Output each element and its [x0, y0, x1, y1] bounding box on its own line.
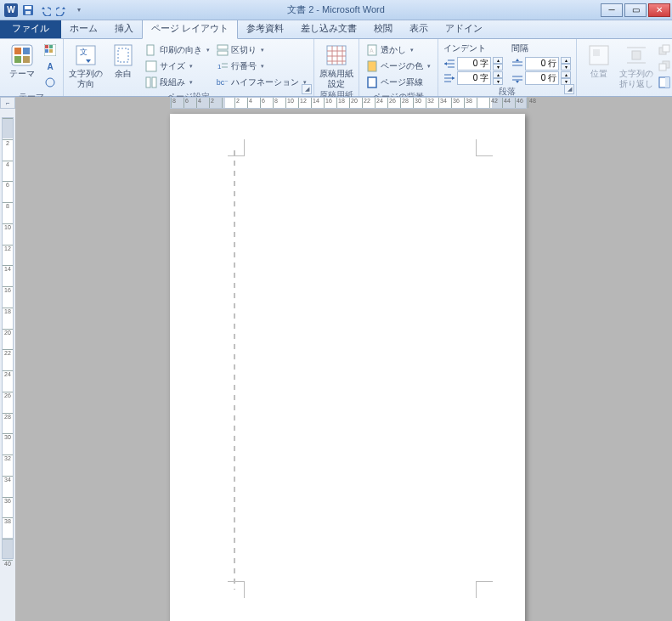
hyphenation-label: ハイフネーション [231, 76, 299, 88]
line-numbers-button[interactable]: 1行番号 [215, 59, 308, 74]
tab-view[interactable]: 表示 [401, 20, 437, 38]
paragraph-dialog-launcher[interactable]: ◢ [564, 84, 574, 94]
title-bar: W ▾ 文書 2 - Microsoft Word ─ ▭ ✕ [0, 0, 672, 20]
themes-button[interactable]: テーマ [5, 41, 39, 90]
page-setup-dialog-launcher[interactable]: ◢ [302, 84, 312, 94]
size-label: サイズ [160, 60, 185, 72]
spin-up[interactable]: ▴ [493, 71, 503, 78]
crop-mark-tl [228, 139, 245, 156]
space-before-icon [511, 58, 523, 70]
margins-icon [110, 42, 136, 68]
spin-up[interactable]: ▴ [561, 57, 571, 64]
wrap-text-label: 文字列の 折り返し [619, 69, 653, 88]
save-icon[interactable] [20, 3, 36, 18]
theme-fonts-button[interactable]: A [42, 59, 58, 74]
line-numbers-label: 行番号 [231, 60, 257, 72]
selection-pane-button[interactable]: オブジェクトの選択と表示 [657, 75, 672, 90]
size-icon [145, 60, 157, 72]
selection-pane-icon [658, 76, 670, 88]
group-arrange: 位置 文字列の 折り返し 前面へ移動 背面へ移動 オブジェクトの選択と表示 配置… [577, 39, 672, 96]
hyphenation-button[interactable]: bc⁻ハイフネーション [215, 75, 308, 90]
minimize-button[interactable]: ─ [601, 3, 623, 17]
vertical-ruler[interactable]: 246810121416182022242628303234363840 [0, 109, 15, 621]
svg-rect-21 [152, 77, 156, 88]
theme-effects-button[interactable] [42, 75, 58, 90]
spin-down[interactable]: ▾ [493, 64, 503, 71]
tab-mailings[interactable]: 差し込み文書 [292, 20, 365, 38]
bring-forward-button[interactable]: 前面へ移動 [657, 42, 672, 58]
page-borders-button[interactable]: ページ罫線 [364, 75, 432, 90]
ruler-corner[interactable]: ⌐ [0, 97, 15, 109]
horizontal-ruler[interactable]: 8642246810121416182022242628303234363842… [170, 97, 527, 109]
margins-button[interactable]: 余白 [106, 41, 140, 90]
columns-button[interactable]: 段組み [144, 75, 212, 90]
watermark-button[interactable]: A透かし [364, 42, 432, 58]
window-controls: ─ ▭ ✕ [601, 3, 672, 17]
manuscript-label: 原稿用紙 設定 [319, 69, 353, 88]
svg-rect-22 [217, 45, 228, 49]
position-icon [586, 42, 612, 68]
wrap-text-button[interactable]: 文字列の 折り返し [619, 41, 653, 90]
svg-rect-23 [217, 51, 228, 55]
effects-icon [44, 76, 56, 88]
svg-rect-18 [147, 45, 154, 55]
space-after-field[interactable]: ▴▾ [511, 71, 571, 85]
tab-file[interactable]: ファイル [0, 19, 61, 38]
svg-point-13 [46, 78, 54, 87]
crop-mark-bl [228, 581, 245, 598]
close-button[interactable]: ✕ [648, 3, 670, 17]
text-direction-button[interactable]: 文 文字列の 方向 [69, 41, 103, 90]
tab-insert[interactable]: 挿入 [106, 20, 142, 38]
svg-rect-1 [25, 6, 31, 9]
page-color-button[interactable]: ページの色 [364, 59, 432, 74]
theme-colors-button[interactable] [42, 42, 58, 58]
qat-customize-icon[interactable]: ▾ [71, 3, 87, 18]
watermark-label: 透かし [381, 44, 406, 56]
hyphenation-icon: bc⁻ [217, 76, 229, 88]
maximize-button[interactable]: ▭ [624, 3, 647, 17]
manuscript-icon [324, 42, 349, 68]
indent-right-field[interactable]: ▴▾ [443, 71, 503, 85]
position-button[interactable]: 位置 [582, 41, 616, 90]
size-button[interactable]: サイズ [144, 59, 212, 74]
indent-left-icon [443, 58, 455, 70]
themes-label: テーマ [9, 69, 35, 79]
svg-rect-20 [146, 77, 150, 88]
margins-label: 余白 [115, 69, 132, 79]
word-icon: W [4, 3, 18, 17]
spin-up[interactable]: ▴ [493, 57, 503, 64]
indent-left-field[interactable]: ▴▾ [443, 57, 503, 71]
tab-page-layout[interactable]: ページ レイアウト [142, 19, 238, 39]
spin-down[interactable]: ▾ [561, 64, 571, 71]
quick-access-toolbar: W ▾ [0, 3, 90, 18]
manuscript-settings-button[interactable]: 原稿用紙 設定 [319, 41, 353, 88]
page-borders-icon [366, 76, 378, 88]
space-after-input[interactable] [525, 71, 559, 85]
app-icon[interactable]: W [3, 3, 19, 18]
undo-icon[interactable] [37, 3, 53, 18]
spin-up[interactable]: ▴ [561, 71, 571, 78]
svg-rect-5 [23, 48, 30, 54]
wrap-text-icon [624, 42, 649, 68]
svg-rect-6 [14, 56, 21, 63]
send-backward-button[interactable]: 背面へ移動 [657, 59, 672, 74]
tab-home[interactable]: ホーム [61, 20, 106, 38]
document-page[interactable] [170, 114, 525, 621]
svg-rect-50 [632, 51, 641, 59]
tab-addins[interactable]: アドイン [437, 20, 491, 38]
tab-references[interactable]: 参考資料 [238, 20, 292, 38]
space-before-input[interactable] [525, 57, 559, 71]
tab-review[interactable]: 校閲 [365, 20, 401, 38]
redo-icon[interactable] [54, 3, 70, 18]
orientation-button[interactable]: 印刷の向き [144, 42, 212, 58]
watermark-icon: A [366, 44, 378, 56]
space-after-icon [511, 72, 523, 84]
spin-down[interactable]: ▾ [493, 78, 503, 85]
window-title: 文書 2 - Microsoft Word [287, 3, 385, 16]
indent-right-input[interactable] [457, 71, 491, 85]
space-before-field[interactable]: ▴▾ [511, 57, 571, 71]
svg-text:文: 文 [80, 48, 88, 56]
indent-left-input[interactable] [457, 57, 491, 71]
line-numbers-icon: 1 [217, 60, 229, 72]
breaks-button[interactable]: 区切り [215, 42, 308, 58]
